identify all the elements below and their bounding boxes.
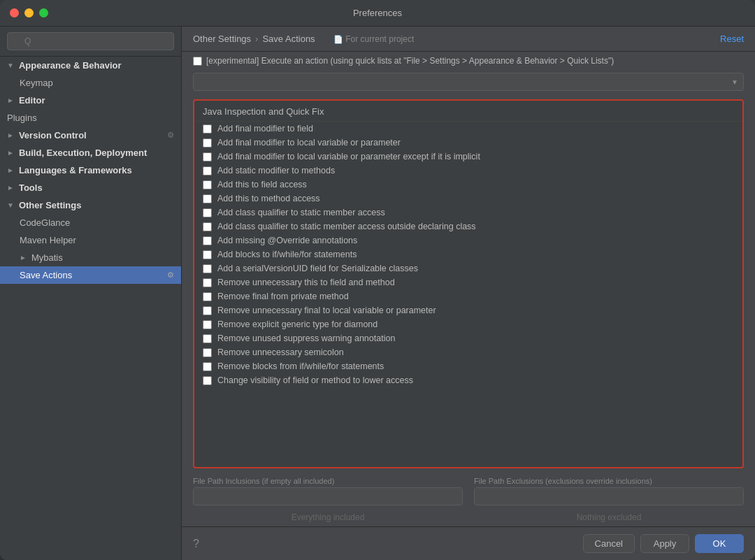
window-title: Preferences [353,8,402,18]
chevron-right-icon: ► [7,166,14,174]
inspection-item-checkbox[interactable] [203,278,212,287]
dropdown-wrapper: ▼ [193,73,744,91]
inspection-item-checkbox[interactable] [203,166,212,175]
bottom-buttons: Cancel Apply OK [583,534,744,553]
sidebar-item-build-execution[interactable]: ► Build, Execution, Deployment [0,144,181,161]
breadcrumb-project-label: For current project [345,34,414,44]
version-control-icon: ⚙ [167,131,174,140]
breadcrumb-bar: Other Settings › Save Actions 📄 For curr… [182,27,755,52]
preferences-window: Preferences 🔍 ▼ Appearance & Behavior Ke… [0,0,755,560]
inspection-list-item: Add missing @Override annotations [194,234,742,247]
inspection-item-checkbox[interactable] [203,320,212,329]
inspection-item-checkbox[interactable] [203,236,212,245]
reset-button[interactable]: Reset [720,34,744,44]
inspection-item-checkbox[interactable] [203,208,212,217]
sidebar-item-label: Keymap [20,78,53,88]
inspection-list-item: Add this to method access [194,192,742,206]
file-path-exclusions-section: File Path Exclusions (exclusions overrid… [474,477,744,505]
sidebar-item-label: Mybatis [31,252,63,263]
inclusions-label: File Path Inclusions (if empty all inclu… [193,477,463,485]
inspection-list-item: Add final modifier to local variable or … [194,136,742,150]
action-dropdown[interactable] [193,73,744,91]
inspection-item-label: Change visibility of field or method to … [217,375,413,385]
apply-button[interactable]: Apply [640,534,689,553]
inspection-list-item: Remove unused suppress warning annotatio… [194,331,742,345]
inspection-list-item: Add class qualifier to static member acc… [194,206,742,220]
inspection-item-checkbox[interactable] [203,138,212,148]
maximize-button[interactable] [39,8,48,17]
inspection-item-label: Add final modifier to local variable or … [217,152,480,161]
sidebar-item-label: CodeGlance [20,217,70,228]
sidebar: 🔍 ▼ Appearance & Behavior Keymap ► Edito… [0,27,182,560]
sidebar-item-other-settings[interactable]: ▼ Other Settings [0,196,181,214]
help-icon[interactable]: ? [193,538,199,550]
inspection-list-item: Remove unnecessary semicolon [194,345,742,359]
title-bar: Preferences [0,0,755,27]
sidebar-item-appearance-behavior[interactable]: ▼ Appearance & Behavior [0,57,181,74]
inspection-item-label: Remove unnecessary final to local variab… [217,306,436,315]
inspection-item-checkbox[interactable] [203,334,212,343]
search-wrapper: 🔍 [7,32,174,50]
sidebar-item-label: Maven Helper [20,235,76,245]
sidebar-item-keymap[interactable]: Keymap [0,74,181,92]
inspection-list-item: Add static modifier to methods [194,164,742,178]
inspection-item-label: Remove unused suppress warning annotatio… [217,333,395,343]
ok-button[interactable]: OK [695,534,744,553]
chevron-down-icon: ▼ [7,201,14,209]
inspection-item-label: Add static modifier to methods [217,166,335,175]
inspection-item-checkbox[interactable] [203,250,212,259]
inspection-item-checkbox[interactable] [203,362,212,371]
inspection-item-label: Remove explicit generic type for diamond [217,320,378,329]
sidebar-item-editor[interactable]: ► Editor [0,92,181,109]
inspection-list-item: Remove unnecessary this to field and met… [194,275,742,289]
main-content: 🔍 ▼ Appearance & Behavior Keymap ► Edito… [0,27,755,560]
inspection-item-checkbox[interactable] [203,292,212,301]
sidebar-item-label: Appearance & Behavior [19,60,122,71]
inspection-item-label: Add this to method access [217,194,320,203]
inspection-list-item: Remove final from private method [194,289,742,303]
inspection-item-checkbox[interactable] [203,376,212,385]
search-input[interactable] [7,32,174,50]
inspection-list-item: Remove explicit generic type for diamond [194,317,742,331]
sidebar-item-version-control[interactable]: ► Version Control ⚙ [0,127,181,144]
minimize-button[interactable] [24,8,34,17]
inspection-item-label: Remove unnecessary this to field and met… [217,278,395,287]
inspection-list-item: Add this to field access [194,178,742,192]
close-button[interactable] [10,8,19,17]
sidebar-item-plugins[interactable]: Plugins [0,109,181,127]
inspection-list-item: Add a serialVersionUID field for Seriali… [194,261,742,275]
sidebar-item-label: Tools [19,182,43,193]
experimental-checkbox[interactable] [193,57,202,66]
sidebar-item-codeglance[interactable]: CodeGlance [0,214,181,231]
sidebar-item-label: Build, Execution, Deployment [19,148,147,158]
sidebar-item-save-actions[interactable]: Save Actions ⚙ [0,266,181,284]
inspection-list-item: Remove blocks from if/while/for statemen… [194,359,742,373]
cancel-button[interactable]: Cancel [583,534,635,553]
inspection-item-checkbox[interactable] [203,348,212,357]
inspection-item-checkbox[interactable] [203,306,212,315]
inspection-item-checkbox[interactable] [203,264,212,273]
inspection-item-checkbox[interactable] [203,180,212,189]
inspection-item-label: Add this to field access [217,180,307,189]
chevron-right-icon: ► [7,131,14,139]
exclusions-input[interactable] [474,487,744,505]
file-path-inclusions-section: File Path Inclusions (if empty all inclu… [193,477,463,505]
breadcrumb: Other Settings › Save Actions 📄 For curr… [193,34,414,44]
experimental-label: [experimental] Execute an action (using … [206,56,614,66]
inspection-item-checkbox[interactable] [203,222,212,231]
sidebar-item-maven-helper[interactable]: Maven Helper [0,231,181,249]
sidebar-item-languages-frameworks[interactable]: ► Languages & Frameworks [0,161,181,179]
file-path-row: File Path Inclusions (if empty all inclu… [182,471,755,508]
inspection-item-label: Remove blocks from if/while/for statemen… [217,361,384,371]
inspection-item-label: Remove unnecessary semicolon [217,347,344,357]
inspection-item-label: Remove final from private method [217,292,349,301]
inspection-item-checkbox[interactable] [203,152,212,161]
chevron-right-icon: ► [7,96,14,104]
inclusions-input[interactable] [193,487,463,505]
inspection-item-checkbox[interactable] [203,124,212,134]
sidebar-item-mybatis[interactable]: ► Mybatis [0,249,181,266]
inclusions-status: Everything included [193,512,463,522]
sidebar-item-tools[interactable]: ► Tools [0,179,181,196]
inspection-item-checkbox[interactable] [203,194,212,203]
inspection-items-container: Add final modifier to fieldAdd final mod… [194,122,742,387]
